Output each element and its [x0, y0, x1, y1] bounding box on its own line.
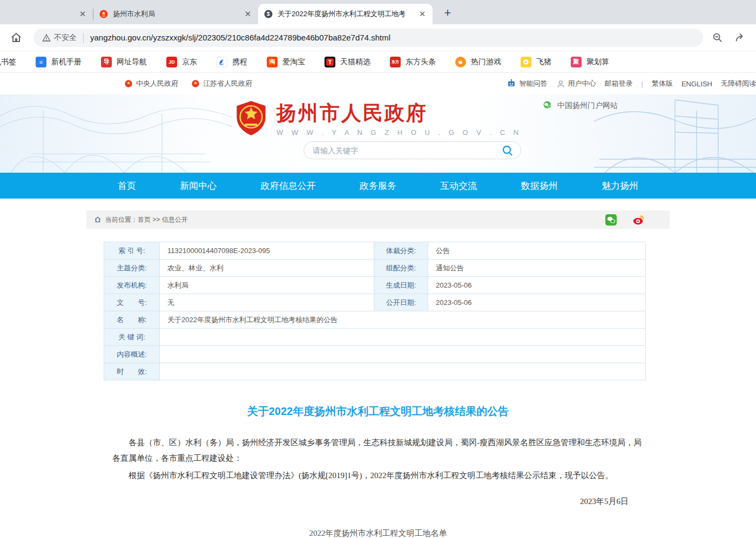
nav-charm-yangzhou[interactable]: 魅力扬州 [602, 180, 638, 192]
url-field[interactable]: 不安全 yangzhou.gov.cn/yzszxxgk/slj/202305/… [33, 29, 703, 47]
tab-partial[interactable]: ✕ [0, 4, 93, 24]
meta-value-genre: 公告 [428, 242, 646, 260]
tab-announcement-active[interactable]: 关于2022年度扬州市水利工程文明工地考 ✕ [258, 4, 433, 24]
bookmark-ctrip[interactable]: 携程 [217, 57, 247, 67]
hot-games-icon [455, 57, 466, 67]
new-tab-button[interactable]: + [440, 5, 455, 21]
nav-news-center[interactable]: 新闻中心 [180, 180, 217, 192]
meta-value-topic: 农业、林业、水利 [160, 260, 374, 277]
table-row: 时 效: [104, 363, 646, 380]
article-body: 关于2022年度扬州市水利工程文明工地考核结果的公告 各县（市、区）水利（务）局… [86, 404, 670, 538]
tab-title: 关于2022年度扬州市水利工程文明工地考 [278, 9, 413, 19]
security-label: 不安全 [54, 33, 77, 43]
tmall-icon: T [325, 57, 335, 67]
site-url: W W W . Y A N G Z H O U . G O V . C N [276, 128, 522, 137]
share-wechat-icon[interactable] [605, 214, 617, 226]
share-weibo-icon[interactable] [632, 214, 645, 226]
bookmark-tmall[interactable]: T 天猫精选 [325, 57, 370, 67]
meta-value-title: 关于2022年度扬州市水利工程文明工地考核结果的公告 [160, 311, 646, 329]
meta-label: 名 称: [104, 311, 160, 329]
traditional-chinese-link[interactable]: 繁体版 [652, 79, 673, 88]
breadcrumb-home-icon[interactable] [94, 216, 102, 223]
nav-gov-info-disclosure[interactable]: 政府信息公开 [261, 180, 316, 192]
bookmark-fliggy[interactable]: 飞猪 [521, 57, 551, 67]
robot-icon [506, 78, 517, 89]
national-emblem-logo [234, 100, 268, 136]
bookmark-label: 东方头条 [406, 57, 436, 67]
wechat-portal-icon [543, 100, 554, 111]
meta-value-keywords [160, 329, 646, 346]
bookmark-jd[interactable]: JD 京东 [166, 57, 197, 67]
site-search-box [303, 141, 521, 159]
tab-title: 扬州市水利局 [113, 9, 239, 19]
table-row: 关 键 词: [104, 329, 646, 346]
portal-tag[interactable]: 中国扬州门户网站 [543, 100, 618, 111]
meta-label: 内容概述: [104, 346, 160, 363]
jd-icon: JD [166, 57, 177, 67]
nav-data-yangzhou[interactable]: 数据扬州 [521, 180, 558, 192]
address-bar: 不安全 yangzhou.gov.cn/yzszxxgk/slj/202305/… [0, 24, 756, 51]
tab-close-icon[interactable]: ✕ [417, 9, 427, 19]
meta-label: 文 号: [104, 294, 160, 311]
article-list-title: 2022年度扬州市水利工程文明工地名单 [112, 528, 644, 538]
gov-link-label: 江苏省人民政府 [203, 79, 252, 88]
meta-label: 公开日期: [374, 294, 428, 311]
bookmark-label: 聚划算 [586, 57, 609, 67]
bookmark-mobile-bookmarks[interactable]: 机书签 [0, 57, 16, 67]
url-text: yangzhou.gov.cn/yzszxxgk/slj/202305/210c… [90, 33, 390, 42]
smart-qa-link[interactable]: 智能问答 [506, 78, 548, 89]
meta-label: 生成日期: [374, 277, 428, 294]
meta-label: 发布机构: [104, 277, 160, 294]
nav-home[interactable]: 首页 [118, 180, 136, 192]
bookmark-label: 携程 [232, 57, 247, 67]
nav-interaction[interactable]: 互动交流 [440, 180, 477, 192]
meta-value-created-date: 2023-05-06 [428, 277, 646, 294]
site-name: 扬州市人民政府 [276, 100, 522, 127]
utility-separator: | [642, 80, 643, 88]
accessibility-link[interactable]: 无障碍阅读 [721, 79, 756, 88]
meta-label: 索 引 号: [104, 242, 160, 260]
english-link[interactable]: ENGLISH [681, 80, 712, 88]
site-banner: 扬州市人民政府 W W W . Y A N G Z H O U . G O V … [0, 94, 756, 173]
bookmark-juhuasuan[interactable]: 聚 聚划算 [571, 57, 609, 67]
table-row: 文 号: 无 公开日期: 2023-05-06 [104, 294, 646, 311]
bookmark-dongfang-toutiao[interactable]: 东方 东方头条 [390, 57, 436, 67]
breadcrumb-bar: 当前位置：首页 >> 信息公开 [86, 210, 670, 229]
meta-label: 组配分类: [374, 260, 428, 277]
tab-yangzhou-water-bureau[interactable]: 扬州市水利局 ✕ [93, 4, 258, 24]
share-icon[interactable] [734, 32, 746, 44]
search-icon[interactable] [501, 144, 514, 157]
home-icon[interactable] [10, 31, 23, 44]
browser-logo-favicon [264, 9, 273, 19]
gov-emblem-favicon [99, 9, 109, 19]
bookmarks-bar: 机书签 ≡ 新机手册 导 网址导航 JD 京东 携程 淘 爱淘宝 T 天猫精选 … [0, 51, 756, 73]
gov-emblem-icon [124, 79, 133, 88]
bookmark-label: 新机手册 [51, 57, 82, 67]
user-icon [556, 79, 565, 88]
link-jiangsu-government[interactable]: 江苏省人民政府 [191, 79, 252, 88]
meta-label: 体裁分类: [374, 242, 428, 260]
meta-value-summary [160, 346, 646, 363]
bookmark-aitaobao[interactable]: 淘 爱淘宝 [267, 57, 305, 67]
meta-value-validity [160, 363, 646, 380]
bookmark-label: 京东 [182, 57, 197, 67]
tab-close-icon[interactable]: ✕ [78, 9, 87, 19]
browser-tab-bar: ✕ 扬州市水利局 ✕ 关于2022年度扬州市水利工程文明工地考 ✕ + [0, 0, 756, 24]
bookmark-hot-games[interactable]: 热门游戏 [455, 57, 501, 67]
gov-link-label: 中央人民政府 [136, 79, 178, 88]
document-meta-table: 索 引 号: 11321000014407098E-2023-095 体裁分类:… [104, 242, 646, 380]
bookmark-new-device-manual[interactable]: ≡ 新机手册 [36, 57, 82, 67]
zoom-out-icon[interactable] [712, 32, 724, 44]
link-central-government[interactable]: 中央人民政府 [124, 79, 178, 88]
tab-close-icon[interactable]: ✕ [243, 9, 253, 19]
user-center-link[interactable]: 用户中心 [556, 79, 596, 88]
not-secure-warning-icon [42, 33, 51, 42]
article-paragraph: 根据《扬州市水利工程文明工地建设管理办法》(扬水规[2019]1号)，2022年… [112, 468, 644, 483]
search-input[interactable] [313, 146, 501, 155]
url-separator [83, 33, 84, 43]
meta-label: 关 键 词: [104, 329, 160, 346]
bookmark-site-navigation[interactable]: 导 网址导航 [101, 57, 147, 67]
bookmark-label: 网址导航 [117, 57, 147, 67]
nav-gov-services[interactable]: 政务服务 [360, 180, 396, 192]
mail-login-link[interactable]: 邮箱登录 [605, 79, 633, 88]
